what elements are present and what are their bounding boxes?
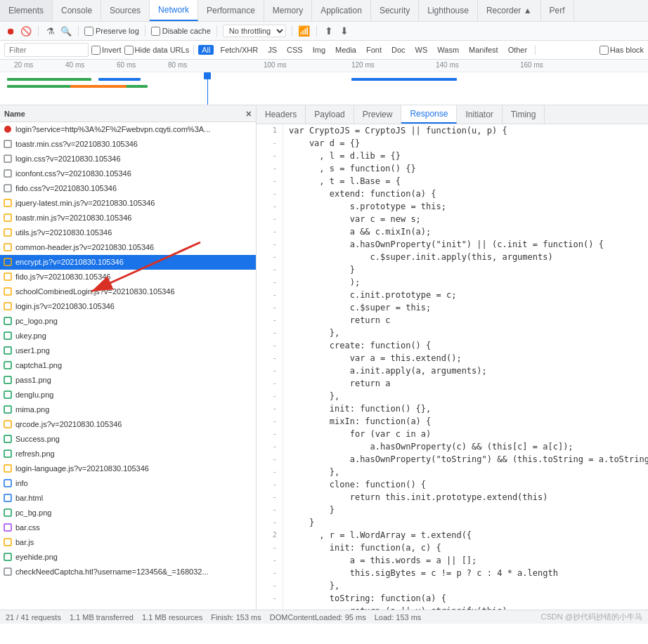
file-item[interactable]: bar.css bbox=[0, 520, 256, 535]
tab-memory[interactable]: Memory bbox=[264, 0, 312, 21]
sub-tab-payload[interactable]: Payload bbox=[306, 105, 354, 124]
tab-elements[interactable]: Elements bbox=[0, 0, 53, 21]
throttle-select[interactable]: No throttling bbox=[223, 25, 286, 37]
file-item[interactable]: ukey.png bbox=[0, 329, 256, 343]
sub-tab-initiator[interactable]: Initiator bbox=[457, 105, 502, 124]
file-name: pc_logo.png bbox=[15, 317, 253, 325]
file-item[interactable]: checkNeedCaptcha.htl?username=123456&_=1… bbox=[0, 565, 256, 579]
file-item[interactable]: toastr.min.js?v=20210830.105346 bbox=[0, 211, 256, 225]
filter-js-button[interactable]: JS bbox=[264, 45, 280, 55]
filter-icon-button[interactable]: ⚗ bbox=[44, 25, 57, 37]
sub-tab-headers[interactable]: Headers bbox=[257, 105, 306, 124]
file-item[interactable]: mima.png bbox=[0, 402, 256, 417]
filter-img-button[interactable]: Img bbox=[309, 45, 329, 55]
file-item[interactable]: Success.png bbox=[0, 432, 256, 447]
hide-data-urls-checkbox-label[interactable]: Hide data URLs bbox=[124, 46, 190, 55]
file-list-container: login?service=http%3A%2F%2Fwebvpn.cqyti.… bbox=[0, 122, 256, 579]
file-item[interactable]: refresh.png bbox=[0, 447, 256, 461]
file-item[interactable]: denglu.png bbox=[0, 388, 256, 402]
tab-performance[interactable]: Performance bbox=[198, 0, 264, 21]
tab-application[interactable]: Application bbox=[312, 0, 371, 21]
file-item[interactable]: fido.js?v=20210830.105346 bbox=[0, 270, 256, 284]
filter-doc-button[interactable]: Doc bbox=[388, 45, 409, 55]
file-item[interactable]: login-language.js?v=20210830.105346 bbox=[0, 461, 256, 476]
filter-other-button[interactable]: Other bbox=[505, 45, 531, 55]
file-item[interactable]: info bbox=[0, 476, 256, 491]
tick-40ms: 40 ms bbox=[65, 61, 84, 69]
file-item[interactable]: qrcode.js?v=20210830.105346 bbox=[0, 417, 256, 432]
clear-button[interactable]: 🚫 bbox=[20, 25, 32, 37]
tab-network[interactable]: Network bbox=[150, 0, 198, 21]
file-item[interactable]: common-header.js?v=20210830.105346 bbox=[0, 240, 256, 255]
filter-input[interactable] bbox=[4, 43, 89, 57]
sub-tab-response[interactable]: Response bbox=[401, 105, 457, 124]
line-number: - bbox=[257, 554, 283, 567]
code-line: - var a = this.extend(); bbox=[257, 352, 648, 364]
code-content: , l = d.lib = {} bbox=[289, 150, 648, 162]
preserve-log-label[interactable]: Preserve log bbox=[84, 27, 139, 36]
code-content: var c = new s; bbox=[289, 213, 648, 225]
file-list-close-button[interactable]: × bbox=[246, 108, 252, 119]
hide-data-urls-text: Hide data URLs bbox=[135, 46, 190, 54]
file-icon bbox=[3, 169, 13, 178]
filter-fetch-xhr-button[interactable]: Fetch/XHR bbox=[216, 45, 261, 55]
code-content: return (a || v).stringify(this) bbox=[289, 605, 648, 610]
file-item[interactable]: pc_logo.png bbox=[0, 314, 256, 329]
disable-cache-checkbox[interactable] bbox=[151, 27, 160, 36]
has-block-label[interactable]: Has block bbox=[600, 46, 644, 55]
file-item[interactable]: eyehide.png bbox=[0, 550, 256, 565]
preserve-log-checkbox[interactable] bbox=[84, 27, 93, 36]
file-item[interactable]: iconfont.css?v=20210830.105346 bbox=[0, 166, 256, 181]
filter-manifest-button[interactable]: Manifest bbox=[465, 45, 502, 55]
hide-data-urls-checkbox[interactable] bbox=[124, 46, 134, 55]
sub-tab-preview[interactable]: Preview bbox=[354, 105, 402, 124]
search-icon-button[interactable]: 🔍 bbox=[60, 25, 72, 37]
file-item[interactable]: pass1.png bbox=[0, 373, 256, 388]
timeline-cursor bbox=[207, 72, 208, 105]
file-item[interactable]: schoolCombinedLogin.js?v=20210830.105346 bbox=[0, 284, 256, 299]
record-button[interactable]: ⏺ bbox=[4, 25, 17, 37]
filter-wasm-button[interactable]: Wasm bbox=[434, 45, 462, 55]
sub-tab-timing[interactable]: Timing bbox=[503, 105, 545, 124]
svg-point-0 bbox=[4, 126, 11, 133]
file-item[interactable]: user1.png bbox=[0, 343, 256, 358]
upload-icon[interactable]: ⬆ bbox=[323, 25, 335, 37]
filter-all-button[interactable]: All bbox=[198, 45, 214, 55]
filter-ws-button[interactable]: WS bbox=[412, 45, 432, 55]
timeline-area[interactable]: 20 ms 40 ms 60 ms 80 ms 100 ms 120 ms 14… bbox=[0, 60, 648, 105]
filter-css-button[interactable]: CSS bbox=[283, 45, 306, 55]
invert-checkbox-label[interactable]: Invert bbox=[91, 46, 122, 55]
tab-console[interactable]: Console bbox=[53, 0, 101, 21]
file-item[interactable]: bar.html bbox=[0, 491, 256, 506]
svg-rect-30 bbox=[4, 568, 11, 575]
has-block-checkbox[interactable] bbox=[600, 46, 609, 55]
disable-cache-label[interactable]: Disable cache bbox=[151, 27, 211, 36]
file-item[interactable]: login.css?v=20210830.105346 bbox=[0, 152, 256, 166]
file-item[interactable]: login.js?v=20210830.105346 bbox=[0, 299, 256, 314]
svg-rect-24 bbox=[4, 480, 11, 487]
filter-font-button[interactable]: Font bbox=[363, 45, 385, 55]
file-item[interactable]: fido.css?v=20210830.105346 bbox=[0, 181, 256, 196]
code-area[interactable]: 1var CryptoJS = CryptoJS || function(u, … bbox=[257, 124, 648, 610]
tab-security[interactable]: Security bbox=[371, 0, 419, 21]
code-line: - return this.init.prototype.extend(this… bbox=[257, 491, 648, 504]
line-number: - bbox=[257, 478, 283, 491]
waterfall-bar-1 bbox=[7, 78, 91, 81]
file-item[interactable]: jquery-latest.min.js?v=20210830.105346 bbox=[0, 196, 256, 211]
tab-sources[interactable]: Sources bbox=[101, 0, 150, 21]
file-item[interactable]: encrypt.js?v=20210830.105346 bbox=[0, 255, 256, 270]
download-icon[interactable]: ⬇ bbox=[338, 25, 351, 37]
file-item[interactable]: login?service=http%3A%2F%2Fwebvpn.cqyti.… bbox=[0, 122, 256, 137]
file-item[interactable]: captcha1.png bbox=[0, 358, 256, 373]
filter-media-button[interactable]: Media bbox=[332, 45, 360, 55]
file-item[interactable]: pc_bg.png bbox=[0, 506, 256, 520]
file-item[interactable]: utils.js?v=20210830.105346 bbox=[0, 225, 256, 240]
file-item[interactable]: bar.js bbox=[0, 535, 256, 550]
invert-checkbox[interactable] bbox=[91, 46, 101, 55]
code-line: - a.hasOwnProperty("toString") && (this.… bbox=[257, 453, 648, 466]
svg-rect-9 bbox=[4, 258, 11, 265]
tab-perf2[interactable]: Perf bbox=[541, 0, 574, 21]
tab-lighthouse[interactable]: Lighthouse bbox=[419, 0, 478, 21]
file-item[interactable]: toastr.min.css?v=20210830.105346 bbox=[0, 137, 256, 152]
tab-recorder[interactable]: Recorder ▲ bbox=[478, 0, 541, 21]
